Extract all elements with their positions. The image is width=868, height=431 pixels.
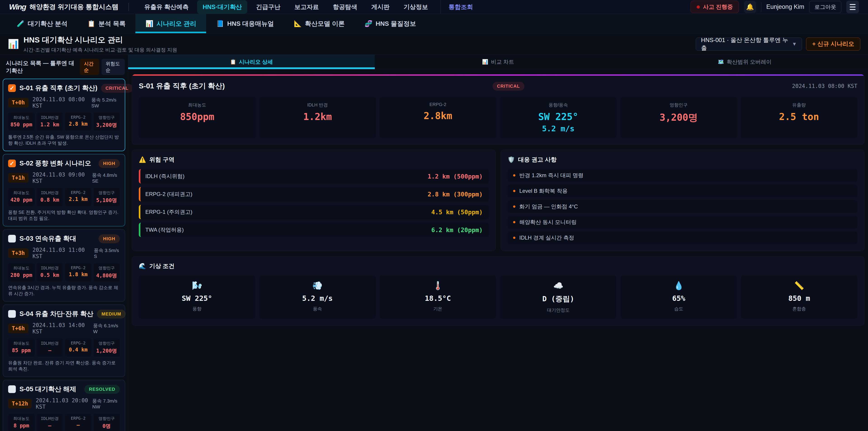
recommendation-item: 화기 엄금 — 인화점 4°C [508, 200, 858, 213]
main-nav: 유출유 확산예측 HNS·대기확산 긴급구난 보고자료 항공탐색 게시판 기상정… [139, 0, 478, 14]
subtab-analysis[interactable]: 🧪 대기확산 분석 [7, 14, 78, 33]
scenario-card-s01[interactable]: S-01 유출 직후 (초기 확산) CRITICAL T+0h 2024.11… [3, 79, 125, 151]
scenario-select-value: HNS-001 · 울산 온산항 톨루엔 누출 [701, 36, 792, 52]
nav-item-board[interactable]: 게시판 [366, 0, 395, 14]
nav-item-integrated-search[interactable]: 통합조회 [440, 0, 478, 14]
scenario-card-s04[interactable]: S-04 유출 차단·잔류 확산 MEDIUM T+6h 2024.11.03 … [3, 304, 125, 377]
subtab-scenario-management[interactable]: 📊 시나리오 관리 [135, 14, 206, 33]
scenario-title: S-02 풍향 변화 시나리오 [20, 159, 91, 168]
subtab-label: HNS 물질정보 [376, 20, 416, 28]
stat-affected-population: 영향인구 3,200명 [93, 113, 120, 131]
tab-comparison-chart[interactable]: 📊 비교 차트 [375, 55, 621, 69]
ruler-icon: 📐 [294, 20, 302, 27]
clipboard-icon: 📋 [88, 20, 95, 27]
scenario-description: 유출원 차단 완료. 잔류 증기 자연 확산중. 풍속 증가로 희석 촉진. [8, 360, 120, 372]
stat-idlh-radius: IDLH반경 0.5 km [37, 263, 63, 281]
stat-idlh-radius: IDLH반경 – [37, 413, 63, 431]
scenario-card-s05[interactable]: S-05 대기확산 해제 RESOLVED T+12h 2024.11.03 2… [3, 380, 125, 431]
scenario-description: 풍향 SE 전환. 주거지역 방향 확산 확대. 영향인구 증가. 대피 범위 … [8, 209, 120, 221]
stat-affected-population: 영향인구 5,100명 [93, 188, 120, 206]
severity-badge: HIGH [98, 159, 120, 168]
subtab-substance-info[interactable]: 🧬 HNS 물질정보 [355, 14, 426, 33]
nav-item-oil-spill[interactable]: 유출유 확산예측 [139, 0, 194, 14]
stat-affected-population: 영향인구 1,200명 [93, 338, 120, 357]
detail-stat-max-concentration: 최대농도 850ppm [139, 97, 256, 138]
panel-title-text: 위험 구역 [149, 156, 174, 164]
hamburger-menu-button[interactable] [846, 1, 859, 13]
stat-max-concentration: 최대농도 850 ppm [8, 113, 35, 131]
stat-erpg2: ERPG-2 0.4 km [65, 338, 92, 357]
stat-idlh-radius: IDLH반경 – [37, 338, 63, 357]
sort-by-time-button[interactable]: 시간순 [80, 59, 99, 75]
bullet-icon [513, 237, 515, 239]
notification-button[interactable]: 🔔 [744, 1, 756, 13]
weather-mixing-layer: 📏 850 m 혼합층 [741, 276, 857, 319]
scenario-datetime: 2024.11.03 09:00 KST [33, 172, 88, 184]
page-title: HNS 대기확산 시나리오 관리 [24, 35, 177, 45]
page-header: 📊 HNS 대기확산 시나리오 관리 시간·조건별 대기확산 예측 시나리오 비… [0, 33, 868, 55]
header-divider [128, 3, 129, 11]
bar-chart-icon: 📊 [145, 20, 153, 27]
bullet-icon [513, 221, 515, 223]
subtab-label: 대기확산 분석 [28, 20, 68, 28]
droplet-icon: 💧 [623, 281, 735, 290]
bullet-icon [513, 190, 515, 192]
user-name: Eunjeong Kim [766, 3, 804, 10]
page-subtitle: 시간·조건별 대기확산 예측 시나리오 비교·검토 및 대응 의사결정 지원 [24, 47, 177, 53]
scenario-checkbox[interactable] [8, 160, 16, 167]
logout-button[interactable]: 로그아웃 [809, 1, 841, 13]
bell-icon: 🔔 [746, 3, 754, 11]
tab-label: 확산범위 오버레이 [727, 58, 772, 65]
zone-row-idlh: IDLH (즉시위험) 1.2 km (500ppm) [139, 169, 489, 184]
nav-item-reports[interactable]: 보고자료 [289, 0, 324, 14]
scenario-datetime: 2024.11.03 14:00 KST [33, 322, 89, 335]
scenario-wind: 풍속 3.5m/s S [94, 247, 120, 259]
stat-erpg2: ERPG-2 1.8 km [65, 263, 92, 281]
detail-stat-affected-population: 영향인구 3,200명 [620, 97, 737, 138]
tab-scenario-detail[interactable]: 📋 시나리오 상세 [128, 55, 375, 69]
subtab-label: 분석 목록 [98, 20, 126, 28]
stat-erpg2: ERPG-2 2.8 km [65, 113, 92, 131]
new-scenario-button[interactable]: + 신규 시나리오 [806, 37, 860, 51]
weather-humidity: 💧 65% 습도 [620, 276, 737, 319]
nav-item-hns[interactable]: HNS·대기확산 [197, 0, 247, 14]
incident-status-badge: 사고 진행중 [690, 1, 739, 13]
scenario-checkbox[interactable] [8, 310, 16, 318]
zone-row-erpg1: ERPG-1 (주의권고) 4.5 km (50ppm) [139, 205, 489, 219]
stat-max-concentration: 최대농도 420 ppm [8, 188, 35, 206]
sort-by-risk-button[interactable]: 위험도순 [101, 59, 125, 75]
subtab-model-theory[interactable]: 📐 확산모델 이론 [284, 14, 355, 33]
nav-item-weather[interactable]: 기상정보 [398, 0, 433, 14]
subtab-hns-manual[interactable]: 📘 HNS 대응매뉴얼 [206, 14, 284, 33]
recommendation-item: Level B 화학복 착용 [508, 185, 858, 197]
nav-item-rescue[interactable]: 긴급구난 [250, 0, 286, 14]
scenario-title: S-05 대기확산 해제 [20, 385, 76, 394]
tab-spread-overlay[interactable]: 🗺️ 확산범위 오버레이 [621, 55, 868, 69]
time-offset-chip: T+12h [8, 399, 32, 408]
bullet-icon [513, 174, 515, 177]
detail-timestamp: 2024.11.03 08:00 KST [792, 83, 857, 89]
detail-tabs: 📋 시나리오 상세 📊 비교 차트 🗺️ 확산범위 오버레이 [128, 55, 868, 69]
thermometer-icon: 🌡️ [382, 281, 494, 290]
weather-wind-direction: 🌬️ SW 225° 풍향 [139, 276, 255, 319]
nav-item-aerial[interactable]: 항공탐색 [327, 0, 363, 14]
scenario-wind: 풍속 7.3m/s NW [92, 398, 120, 409]
scenario-checkbox[interactable] [8, 84, 16, 92]
logo-icon: Wing [9, 2, 26, 11]
scenario-checkbox[interactable] [8, 386, 16, 393]
scenario-card-list: S-01 유출 직후 (초기 확산) CRITICAL T+0h 2024.11… [0, 78, 128, 431]
scenario-checkbox[interactable] [8, 235, 16, 243]
chevron-down-icon: ▼ [792, 41, 797, 47]
subtab-analysis-list[interactable]: 📋 분석 목록 [78, 14, 135, 33]
scenario-select-dropdown[interactable]: HNS-001 · 울산 온산항 톨루엔 누출 ▼ [696, 37, 802, 51]
clipboard-icon: 📋 [230, 59, 236, 65]
severity-badge: CRITICAL [493, 82, 524, 91]
recommendation-item: 해양확산 동시 모니터링 [508, 216, 858, 228]
warning-icon: ⚠️ [139, 156, 146, 163]
scenario-card-s03[interactable]: S-03 연속유출 확대 HIGH T+3h 2024.11.03 11:00 … [3, 229, 125, 302]
scenario-card-s02[interactable]: S-02 풍향 변화 시나리오 HIGH T+1h 2024.11.03 09:… [3, 154, 125, 226]
detail-stat-spill-amount: 유출량 2.5 ton [741, 97, 858, 138]
header-right: 사고 진행중 🔔 Eunjeong Kim 로그아웃 [690, 1, 859, 13]
severity-badge: HIGH [98, 235, 120, 243]
detail-stat-idlh-radius: IDLH 반경 1.2km [259, 97, 376, 138]
